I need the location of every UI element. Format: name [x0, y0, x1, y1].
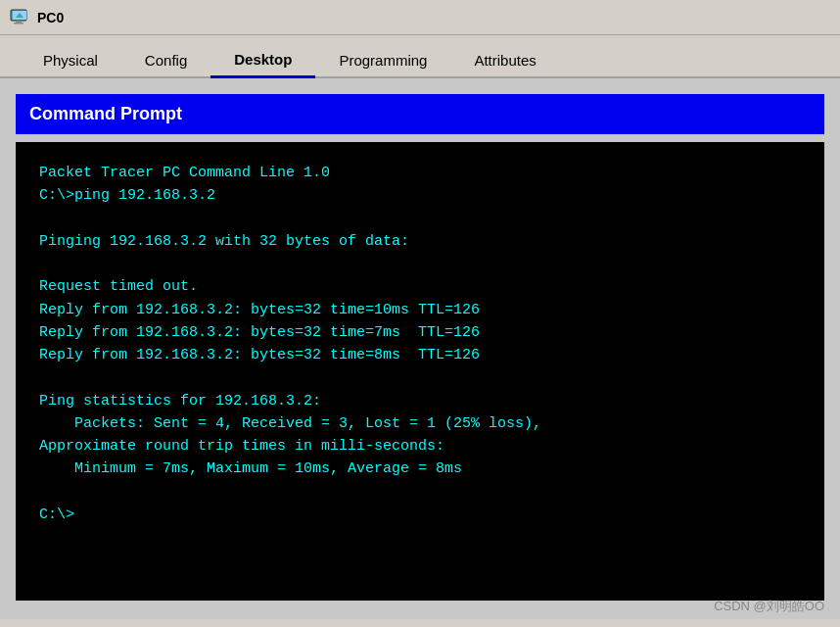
terminal-line-11: Minimum = 7ms, Maximum = 10ms, Average =… — [39, 458, 801, 480]
terminal-blank-3 — [39, 366, 801, 389]
terminal-line-3: Pinging 192.168.3.2 with 32 bytes of dat… — [39, 230, 801, 253]
terminal-line-1: Packet Tracer PC Command Line 1.0 — [39, 162, 801, 184]
svg-rect-1 — [16, 21, 22, 23]
terminal-line-10: Approximate round trip times in milli-se… — [39, 435, 801, 458]
command-prompt-header: Command Prompt — [16, 94, 824, 134]
terminal-blank-4 — [39, 481, 801, 504]
tab-programming[interactable]: Programming — [315, 43, 450, 76]
terminal-line-7: Reply from 192.168.3.2: bytes=32 time=8m… — [39, 344, 801, 366]
tab-desktop[interactable]: Desktop — [210, 43, 315, 78]
tab-attributes[interactable]: Attributes — [450, 43, 559, 76]
watermark: CSDN @刘明皓OO — [714, 598, 824, 615]
terminal-line-2: C:\>ping 192.168.3.2 — [39, 184, 801, 207]
terminal-line-8: Ping statistics for 192.168.3.2: — [39, 390, 801, 412]
main-content: Command Prompt Packet Tracer PC Command … — [0, 78, 840, 619]
terminal[interactable]: Packet Tracer PC Command Line 1.0 C:\>pi… — [16, 142, 824, 601]
tab-config[interactable]: Config — [121, 43, 210, 76]
terminal-line-9: Packets: Sent = 4, Received = 3, Lost = … — [39, 412, 801, 435]
pc-icon — [10, 8, 29, 27]
terminal-line-5: Reply from 192.168.3.2: bytes=32 time=10… — [39, 299, 801, 321]
terminal-prompt: C:\> — [39, 504, 801, 526]
terminal-blank-2 — [39, 253, 801, 275]
terminal-line-6: Reply from 192.168.3.2: bytes=32 time=7m… — [39, 321, 801, 344]
tab-physical[interactable]: Physical — [20, 43, 121, 76]
title-bar: PC0 — [0, 0, 840, 35]
svg-rect-2 — [14, 23, 23, 24]
terminal-blank-1 — [39, 208, 801, 230]
terminal-line-4: Request timed out. — [39, 275, 801, 298]
tab-bar: Physical Config Desktop Programming Attr… — [0, 35, 840, 78]
window-title: PC0 — [37, 10, 64, 25]
